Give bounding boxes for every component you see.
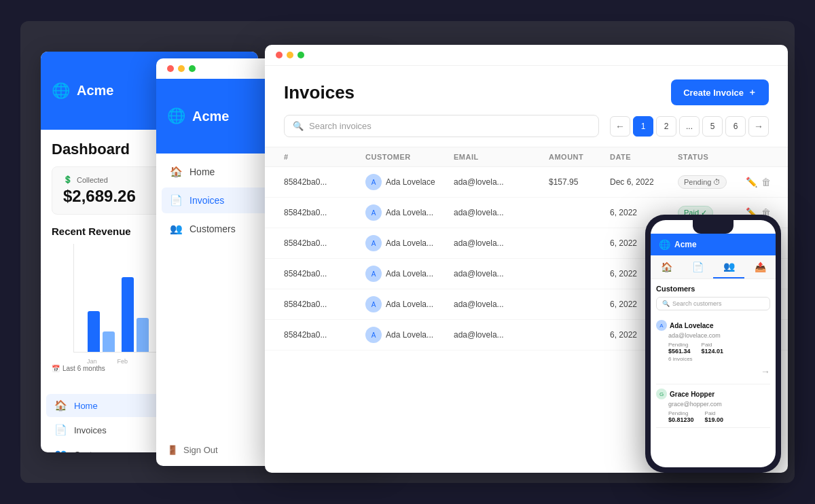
phone-logo-text: Acme <box>674 240 697 249</box>
invoice-page-header: Invoices Create Invoice ＋ <box>265 66 788 115</box>
chart-y-labels: $5k $4k $3k $2k $1k $0k <box>41 244 41 365</box>
calendar-icon: 📅 <box>52 365 60 372</box>
cell-email: ada@lovela... <box>454 208 549 217</box>
th-amount: Amount <box>549 153 610 161</box>
phone-nav-icons: 🏠 📄 👥 📤 <box>651 255 776 279</box>
main-dot-green <box>297 52 304 58</box>
inv-nav-label-home: Home <box>189 166 215 177</box>
phone-avatar: G <box>656 389 667 399</box>
invoice-icon: 📄 <box>54 424 67 436</box>
phone-customer-row: A Ada Lovelace ada@lovelace.com Pending … <box>656 316 770 384</box>
cell-email: ada@lovela... <box>454 177 549 187</box>
cell-amount: $157.95 <box>549 177 610 187</box>
cell-email: ada@lovela... <box>454 269 549 278</box>
cell-id: 85842ba0... <box>284 208 365 217</box>
th-actions <box>746 153 786 161</box>
search-placeholder: Search invoices <box>309 121 372 131</box>
th-date: Date <box>610 153 678 161</box>
search-icon: 🔍 <box>293 121 304 131</box>
search-invoices-box[interactable]: 🔍 Search invoices <box>284 115 599 137</box>
chart-bar-feb <box>122 277 149 352</box>
cell-id: 85842ba0... <box>284 300 365 309</box>
plus-icon: ＋ <box>748 86 757 98</box>
nav-label-invoices: Invoices <box>74 425 107 435</box>
phone-screen: 🌐 Acme 🏠 📄 👥 📤 Customers 🔍 Search custom… <box>651 220 776 467</box>
globe-icon: 🌐 <box>52 82 70 100</box>
phone-nav-export[interactable]: 📤 <box>744 255 776 278</box>
phone-notch <box>693 220 734 234</box>
cell-status: Pending ⏱ <box>678 175 746 189</box>
main-dot-red <box>276 52 283 58</box>
cell-email: ada@lovela... <box>454 300 549 309</box>
invoices-page-title: Invoices <box>284 82 355 103</box>
table-row: 85842ba0... A Ada Lovelace ada@lovela...… <box>265 167 788 198</box>
phone-nav-invoices[interactable]: 📄 <box>682 255 713 278</box>
cell-customer: A Ada Lovela... <box>365 296 454 312</box>
cell-actions: ✏️ 🗑 <box>746 177 786 187</box>
page-button-6[interactable]: 6 <box>725 116 746 137</box>
th-customer: Customer <box>365 153 454 161</box>
dot-red <box>167 65 174 72</box>
dashboard-logo-text: Acme <box>77 83 113 98</box>
main-dot-yellow <box>287 52 293 58</box>
dollar-icon: 💲 <box>63 175 73 184</box>
page-button-5[interactable]: 5 <box>702 116 723 137</box>
phone-customer-row: G Grace Hopper grace@hopper.com Pending … <box>656 384 770 428</box>
customers-icon: 👥 <box>54 448 67 452</box>
cell-customer: A Ada Lovelace <box>365 174 454 190</box>
page-button-ellipsis: ... <box>679 116 700 137</box>
search-pagination-row: 🔍 Search invoices ← 1 2 ... 5 6 → <box>265 115 788 147</box>
avatar: A <box>365 327 382 343</box>
customers-icon-inv: 👥 <box>170 223 183 235</box>
cell-id: 85842ba0... <box>284 330 365 340</box>
cell-customer: A Ada Lovela... <box>365 235 454 251</box>
dot-yellow <box>178 65 185 72</box>
avatar: A <box>365 296 382 312</box>
phone-nav-customers[interactable]: 👥 <box>713 255 744 278</box>
phone-invoices-count: 6 invoices <box>656 356 770 362</box>
phone-nav-home[interactable]: 🏠 <box>651 255 682 278</box>
screen-background: 🌐 Acme Dashboard 💲 Collected $2,689.26 R… <box>20 21 795 483</box>
phone-see-more[interactable]: → <box>656 363 770 380</box>
phone-mockup: 🌐 Acme 🏠 📄 👥 📤 Customers 🔍 Search custom… <box>645 215 781 473</box>
phone-avatar: A <box>656 320 667 331</box>
pagination-controls: ← 1 2 ... 5 6 → <box>610 116 769 137</box>
status-badge: Pending ⏱ <box>678 175 727 189</box>
page-button-1[interactable]: 1 <box>633 116 653 137</box>
cell-id: 85842ba0... <box>284 238 365 248</box>
cell-date: Dec 6, 2022 <box>610 177 678 187</box>
th-status: Status <box>678 153 746 161</box>
phone-globe-icon: 🌐 <box>659 239 670 250</box>
page-button-2[interactable]: 2 <box>656 116 676 137</box>
phone-customer-stats: Pending $561.34 Paid $124.01 <box>656 342 770 355</box>
avatar: A <box>365 204 382 221</box>
create-invoice-button[interactable]: Create Invoice ＋ <box>671 79 769 105</box>
prev-page-button[interactable]: ← <box>610 116 630 137</box>
chart-bar-jan <box>88 311 115 352</box>
arrow-icon: → <box>761 366 770 377</box>
invoice-icon-inv: 📄 <box>170 194 183 206</box>
sign-out-icon-inv: 🚪 <box>167 445 178 455</box>
phone-customer-stats-2: Pending $0.81230 Paid $19.00 <box>656 410 770 423</box>
dot-green <box>189 65 196 72</box>
nav-label-home: Home <box>74 401 98 411</box>
globe-icon-inv: 🌐 <box>167 107 185 125</box>
next-page-button[interactable]: → <box>748 116 769 137</box>
cell-customer: A Ada Lovela... <box>365 327 454 343</box>
phone-customer-email-2: grace@hopper.com <box>656 401 770 408</box>
avatar: A <box>365 235 382 251</box>
phone-logo-area: 🌐 Acme <box>651 234 776 255</box>
delete-icon[interactable]: 🗑 <box>761 177 771 187</box>
cell-email: ada@lovela... <box>454 330 549 340</box>
main-window-dots <box>265 45 788 66</box>
cell-customer: A Ada Lovela... <box>365 204 454 221</box>
cell-id: 85842ba0... <box>284 177 365 187</box>
table-header: # Customer Email Amount Date Status <box>265 147 788 167</box>
phone-search-box[interactable]: 🔍 Search customers <box>656 297 770 310</box>
edit-icon[interactable]: ✏️ <box>746 177 757 187</box>
phone-customer-email: ada@lovelace.com <box>656 332 770 339</box>
phone-content: Customers 🔍 Search customers A Ada Lovel… <box>651 279 776 467</box>
cell-email: ada@lovela... <box>454 238 549 248</box>
inv-nav-label-customers: Customers <box>189 223 236 234</box>
invoices-logo-text: Acme <box>192 109 229 124</box>
